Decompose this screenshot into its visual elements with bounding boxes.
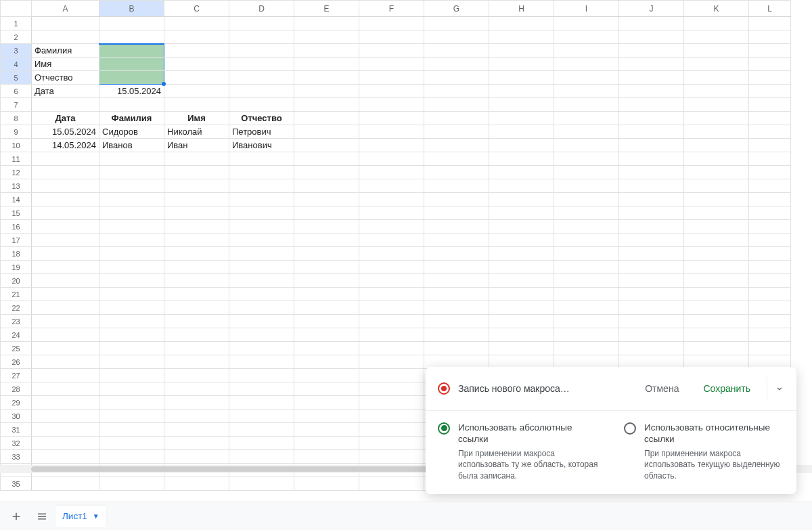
cell-G3[interactable] xyxy=(424,44,489,58)
column-header-D[interactable]: D xyxy=(229,1,294,17)
cell-L23[interactable] xyxy=(749,315,791,328)
cell-K5[interactable] xyxy=(684,71,749,85)
cell-E5[interactable] xyxy=(294,71,359,85)
cell-I17[interactable] xyxy=(554,234,619,247)
cell-E8[interactable] xyxy=(294,112,359,125)
cell-D30[interactable] xyxy=(229,410,294,423)
cell-D23[interactable] xyxy=(229,315,294,328)
row-header-10[interactable]: 10 xyxy=(1,139,32,152)
all-sheets-button[interactable] xyxy=(30,506,54,527)
cell-F12[interactable] xyxy=(359,166,424,179)
cell-I4[interactable] xyxy=(554,58,619,71)
cell-J18[interactable] xyxy=(619,247,684,261)
cell-J11[interactable] xyxy=(619,152,684,166)
cell-A20[interactable] xyxy=(32,274,99,288)
cell-E18[interactable] xyxy=(294,247,359,261)
cell-B26[interactable] xyxy=(99,355,164,369)
cell-B3[interactable] xyxy=(99,44,164,58)
cell-K23[interactable] xyxy=(684,315,749,328)
row-header-4[interactable]: 4 xyxy=(1,58,32,71)
cell-L20[interactable] xyxy=(749,274,791,288)
cell-E28[interactable] xyxy=(294,382,359,396)
cell-E23[interactable] xyxy=(294,315,359,328)
cell-E16[interactable] xyxy=(294,220,359,234)
cell-K11[interactable] xyxy=(684,152,749,166)
row-header-21[interactable]: 21 xyxy=(1,288,32,301)
cell-E4[interactable] xyxy=(294,58,359,71)
cell-D32[interactable] xyxy=(229,437,294,450)
cell-K7[interactable] xyxy=(684,98,749,112)
row-header-16[interactable]: 16 xyxy=(1,220,32,234)
cell-A1[interactable] xyxy=(32,17,99,30)
cell-C25[interactable] xyxy=(164,342,229,355)
cell-B29[interactable] xyxy=(99,396,164,410)
column-header-G[interactable]: G xyxy=(424,1,489,17)
cell-G16[interactable] xyxy=(424,220,489,234)
cell-B15[interactable] xyxy=(99,206,164,220)
cell-I19[interactable] xyxy=(554,261,619,274)
cell-L6[interactable] xyxy=(749,85,791,98)
row-header-1[interactable]: 1 xyxy=(1,17,32,30)
cell-K8[interactable] xyxy=(684,112,749,125)
cell-A27[interactable] xyxy=(32,369,99,382)
cell-G23[interactable] xyxy=(424,315,489,328)
cell-B2[interactable] xyxy=(99,30,164,44)
cell-H22[interactable] xyxy=(489,301,554,315)
cell-B12[interactable] xyxy=(99,166,164,179)
cell-F27[interactable] xyxy=(359,369,424,382)
cell-A7[interactable] xyxy=(32,98,99,112)
cell-K3[interactable] xyxy=(684,44,749,58)
cell-J1[interactable] xyxy=(619,17,684,30)
cell-I14[interactable] xyxy=(554,193,619,206)
cell-F18[interactable] xyxy=(359,247,424,261)
cell-C30[interactable] xyxy=(164,410,229,423)
cell-E12[interactable] xyxy=(294,166,359,179)
cell-C9[interactable]: Николай xyxy=(164,125,229,139)
cell-E1[interactable] xyxy=(294,17,359,30)
cell-J19[interactable] xyxy=(619,261,684,274)
column-header-A[interactable]: A xyxy=(32,1,99,17)
cell-K19[interactable] xyxy=(684,261,749,274)
cell-G4[interactable] xyxy=(424,58,489,71)
cell-D33[interactable] xyxy=(229,450,294,464)
cell-K24[interactable] xyxy=(684,328,749,342)
cell-B23[interactable] xyxy=(99,315,164,328)
cell-J20[interactable] xyxy=(619,274,684,288)
cell-H5[interactable] xyxy=(489,71,554,85)
cell-K10[interactable] xyxy=(684,139,749,152)
cell-C11[interactable] xyxy=(164,152,229,166)
cell-G2[interactable] xyxy=(424,30,489,44)
cell-J6[interactable] xyxy=(619,85,684,98)
row-header-15[interactable]: 15 xyxy=(1,206,32,220)
cell-J16[interactable] xyxy=(619,220,684,234)
row-header-19[interactable]: 19 xyxy=(1,261,32,274)
cell-B19[interactable] xyxy=(99,261,164,274)
cell-E7[interactable] xyxy=(294,98,359,112)
cell-E30[interactable] xyxy=(294,410,359,423)
cell-G7[interactable] xyxy=(424,98,489,112)
cell-I12[interactable] xyxy=(554,166,619,179)
cell-I5[interactable] xyxy=(554,71,619,85)
cell-E15[interactable] xyxy=(294,206,359,220)
cell-F29[interactable] xyxy=(359,396,424,410)
cell-G20[interactable] xyxy=(424,274,489,288)
cell-G14[interactable] xyxy=(424,193,489,206)
row-header-31[interactable]: 31 xyxy=(1,423,32,437)
row-header-5[interactable]: 5 xyxy=(1,71,32,85)
column-header-H[interactable]: H xyxy=(489,1,554,17)
cell-F13[interactable] xyxy=(359,179,424,193)
cell-A33[interactable] xyxy=(32,450,99,464)
cell-H12[interactable] xyxy=(489,166,554,179)
cell-E27[interactable] xyxy=(294,369,359,382)
cell-F22[interactable] xyxy=(359,301,424,315)
row-header-9[interactable]: 9 xyxy=(1,125,32,139)
cell-L1[interactable] xyxy=(749,17,791,30)
cell-A2[interactable] xyxy=(32,30,99,44)
cell-I9[interactable] xyxy=(554,125,619,139)
column-header-E[interactable]: E xyxy=(294,1,359,17)
row-header-23[interactable]: 23 xyxy=(1,315,32,328)
row-header-18[interactable]: 18 xyxy=(1,247,32,261)
cell-I23[interactable] xyxy=(554,315,619,328)
cell-J3[interactable] xyxy=(619,44,684,58)
cell-I6[interactable] xyxy=(554,85,619,98)
